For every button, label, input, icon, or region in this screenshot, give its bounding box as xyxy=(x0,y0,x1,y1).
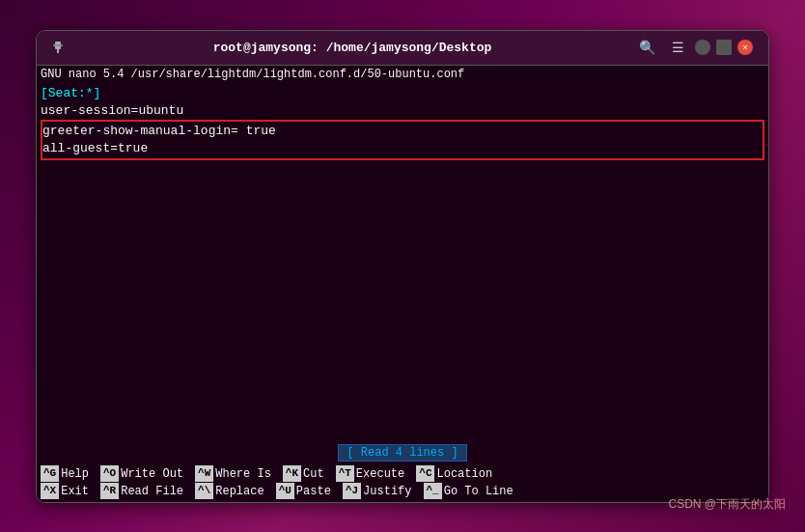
key-ctrl-g[interactable]: ^G xyxy=(41,465,59,482)
key-ctrl-w[interactable]: ^W xyxy=(195,465,213,482)
key-ctrl-t[interactable]: ^T xyxy=(336,465,354,482)
terminal-window: root@jamysong: /home/jamysong/Desktop 🔍 … xyxy=(36,30,769,503)
label-exit: Exit xyxy=(61,483,89,500)
label-location: Location xyxy=(436,465,492,483)
title-bar-right: 🔍 ☰ ✕ xyxy=(633,34,761,61)
terminal-area: GNU nano 5.4 /usr/share/lightdm/lightdm.… xyxy=(37,66,768,502)
key-ctrl-u[interactable]: ^U xyxy=(276,483,294,499)
guest-line: all-guest=true xyxy=(42,140,763,157)
label-justify: Justify xyxy=(363,483,411,500)
user-session-line: user-session=ubuntu xyxy=(41,102,764,120)
nano-content[interactable]: [Seat:*] user-session=ubuntu greeter-sho… xyxy=(37,83,768,442)
label-where-is: Where Is xyxy=(215,465,271,483)
label-goto: Go To Line xyxy=(444,483,514,500)
label-execute: Execute xyxy=(356,465,404,483)
close-button[interactable]: ✕ xyxy=(737,40,753,55)
menu-button[interactable]: ☰ xyxy=(664,34,691,61)
label-read-file: Read File xyxy=(121,483,183,500)
key-ctrl-k[interactable]: ^K xyxy=(283,465,301,482)
footer-write-out: ^O Write Out xyxy=(100,465,183,483)
footer-row-2: ^X Exit ^R Read File ^\ Replace ^U Paste… xyxy=(41,483,764,500)
highlighted-block: greeter-show-manual-login= true all-gues… xyxy=(41,120,764,160)
window-title: root@jamysong: /home/jamysong/Desktop xyxy=(71,41,633,55)
footer-read-file: ^R Read File xyxy=(100,483,183,500)
label-cut: Cut xyxy=(303,465,324,483)
title-bar-left xyxy=(44,34,71,61)
pin-icon[interactable] xyxy=(44,34,71,61)
footer-location: ^C Location xyxy=(416,465,492,483)
title-bar: root@jamysong: /home/jamysong/Desktop 🔍 … xyxy=(37,31,768,66)
maximize-button[interactable] xyxy=(716,40,732,55)
key-ctrl-x[interactable]: ^X xyxy=(41,483,59,499)
svg-rect-1 xyxy=(57,49,59,53)
label-write-out: Write Out xyxy=(121,465,183,483)
footer-row-1: ^G Help ^O Write Out ^W Where Is ^K Cut … xyxy=(41,465,764,483)
terminal-wrapper: [Seat:*] user-session=ubuntu greeter-sho… xyxy=(37,83,768,442)
seat-line: [Seat:*] xyxy=(41,85,764,102)
svg-rect-2 xyxy=(53,44,63,46)
status-message: [ Read 4 lines ] xyxy=(338,444,466,462)
footer-replace: ^\ Replace xyxy=(195,483,264,500)
footer-exit: ^X Exit xyxy=(41,483,89,500)
nano-status: [ Read 4 lines ] xyxy=(37,442,768,463)
greeter-line: greeter-show-manual-login= true xyxy=(42,123,763,140)
footer-goto: ^_ Go To Line xyxy=(424,483,514,500)
footer-help: ^G Help xyxy=(41,465,89,483)
label-replace: Replace xyxy=(215,483,264,500)
empty-content xyxy=(41,160,764,353)
label-help: Help xyxy=(61,465,89,483)
window-controls: ✕ xyxy=(695,40,753,55)
footer-where-is: ^W Where Is xyxy=(195,465,271,483)
nano-header: GNU nano 5.4 /usr/share/lightdm/lightdm.… xyxy=(37,66,768,83)
nano-header-text: GNU nano 5.4 /usr/share/lightdm/lightdm.… xyxy=(41,68,464,81)
footer-execute: ^T Execute xyxy=(336,465,405,483)
nano-footer: ^G Help ^O Write Out ^W Where Is ^K Cut … xyxy=(37,463,768,502)
key-ctrl-r[interactable]: ^R xyxy=(100,483,119,499)
watermark: CSDN @下雨天的太阳 xyxy=(668,496,786,513)
footer-paste: ^U Paste xyxy=(276,483,331,500)
footer-justify: ^J Justify xyxy=(343,483,412,500)
footer-cut: ^K Cut xyxy=(283,465,324,483)
key-ctrl-c[interactable]: ^C xyxy=(416,465,434,482)
key-ctrl-j[interactable]: ^J xyxy=(343,483,361,499)
key-ctrl-o[interactable]: ^O xyxy=(100,465,119,482)
key-ctrl-backslash[interactable]: ^\ xyxy=(195,483,213,499)
minimize-button[interactable] xyxy=(695,40,710,55)
key-ctrl-underscore[interactable]: ^_ xyxy=(424,483,442,499)
label-paste: Paste xyxy=(296,483,331,500)
search-button[interactable]: 🔍 xyxy=(633,34,660,61)
